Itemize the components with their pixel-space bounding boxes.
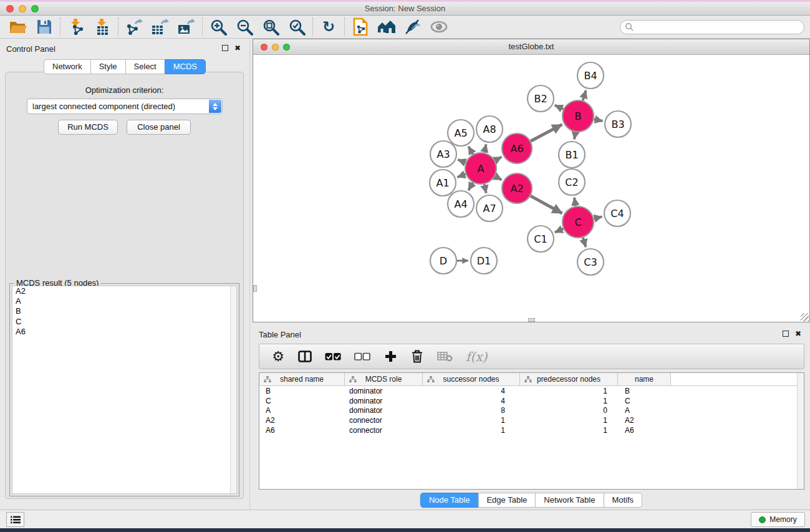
column-header-name[interactable]: name (618, 373, 671, 385)
column-header-shared-name[interactable]: shared name (259, 373, 345, 385)
edge-B-B4[interactable] (583, 90, 586, 100)
table-cell[interactable]: A (259, 406, 345, 415)
open-session-icon[interactable] (5, 17, 31, 37)
tab-mcds[interactable]: MCDS (165, 59, 206, 74)
table-row[interactable]: A2connector11A2 (259, 415, 804, 425)
node-B2[interactable]: B2 (528, 85, 554, 112)
zoom-selected-icon[interactable] (284, 17, 310, 37)
edge-A-A3[interactable] (458, 160, 465, 163)
edge-C-C1[interactable] (555, 229, 564, 233)
table-row[interactable]: Cdominator41C (259, 396, 804, 406)
search-input[interactable] (620, 20, 804, 34)
resize-handle-bottom[interactable] (528, 318, 535, 322)
select-all-columns-icon[interactable] (325, 352, 341, 361)
export-image-icon[interactable] (173, 17, 200, 37)
show-panels-button[interactable] (6, 512, 24, 527)
optimization-criterion-select[interactable]: largest connected component (directed) (27, 99, 223, 114)
node-A6[interactable]: A6 (502, 133, 532, 163)
birds-eye-view-icon[interactable] (426, 17, 452, 37)
float-table-panel-icon[interactable] (783, 331, 789, 337)
run-mcds-button[interactable]: Run MCDS (58, 120, 118, 135)
edge-A-A4[interactable] (468, 183, 473, 191)
table-cell[interactable]: A (618, 406, 671, 415)
edge-A2-C[interactable] (531, 196, 562, 213)
tab-network-table[interactable]: Network Table (535, 493, 604, 508)
table-cell[interactable]: C (259, 397, 345, 405)
edge-A-A6[interactable] (495, 157, 502, 161)
close-panel-icon[interactable]: ✖ (234, 44, 241, 52)
table-row[interactable]: Adominator80A (259, 406, 804, 416)
node-A7[interactable]: A7 (476, 195, 503, 221)
mcds-result-item[interactable]: C (12, 317, 236, 327)
node-D[interactable]: D (430, 248, 456, 274)
table-settings-icon[interactable]: ⚙ (271, 350, 285, 364)
table-cell[interactable]: 1 (520, 426, 618, 435)
network-graph[interactable]: AA1A2A3A4A5A6A7A8BB1B2B3B4CC1C2C3C4DD1 (253, 56, 809, 322)
result-list-scrollbar[interactable] (230, 286, 236, 493)
table-cell[interactable]: B (259, 387, 345, 395)
table-cell[interactable]: A2 (259, 416, 345, 425)
table-cell[interactable]: A6 (618, 426, 671, 435)
home-network-icon[interactable] (374, 17, 400, 37)
tab-motifs[interactable]: Motifs (603, 493, 642, 508)
zoom-fit-icon[interactable] (258, 17, 284, 37)
import-table-icon[interactable] (89, 17, 115, 37)
export-network-icon[interactable] (121, 17, 147, 37)
tab-edge-table[interactable]: Edge Table (478, 493, 536, 508)
node-C1[interactable]: C1 (528, 226, 554, 252)
node-C4[interactable]: C4 (604, 200, 630, 226)
import-network-icon[interactable] (63, 17, 89, 37)
table-cell[interactable]: A6 (259, 426, 345, 435)
table-cell[interactable]: connector (345, 426, 423, 435)
node-A8[interactable]: A8 (476, 116, 503, 142)
table-scrollbar[interactable] (797, 373, 804, 489)
node-B1[interactable]: B1 (559, 142, 585, 168)
close-panel-button[interactable]: Close panel (127, 120, 191, 135)
table-cell[interactable]: 1 (520, 397, 618, 405)
tab-select[interactable]: Select (125, 59, 165, 74)
node-A1[interactable]: A1 (430, 170, 456, 196)
table-row[interactable]: Bdominator41B (259, 386, 804, 396)
table-cell[interactable]: connector (345, 416, 423, 425)
save-session-icon[interactable] (31, 17, 57, 37)
table-cell[interactable]: 0 (520, 406, 618, 415)
column-header-predecessor-nodes[interactable]: predecessor nodes (520, 373, 618, 385)
edge-B-B1[interactable] (574, 132, 576, 140)
hide-graphics-details-icon[interactable] (400, 17, 426, 37)
node-A3[interactable]: A3 (430, 141, 456, 167)
add-column-icon[interactable] (383, 351, 397, 362)
deselect-all-columns-icon[interactable] (354, 352, 370, 361)
table-row[interactable]: A6connector11A6 (259, 425, 804, 435)
mcds-result-item[interactable]: A (12, 296, 236, 306)
tab-network[interactable]: Network (44, 59, 91, 74)
new-network-from-selection-icon[interactable] (347, 17, 374, 37)
edge-A-A8[interactable] (485, 144, 486, 152)
network-window-titlebar[interactable]: testGlobe.txt (253, 39, 809, 55)
edge-A-A5[interactable] (468, 147, 473, 155)
node-A4[interactable]: A4 (448, 191, 474, 217)
table-cell[interactable]: B (618, 387, 671, 395)
table-cell[interactable]: A2 (618, 416, 671, 425)
column-layout-icon[interactable] (298, 351, 312, 362)
node-A5[interactable]: A5 (448, 120, 474, 146)
tab-style[interactable]: Style (90, 59, 126, 74)
resize-handle-left[interactable] (253, 285, 257, 292)
resize-grip-icon[interactable] (801, 313, 809, 321)
edge-A6-B[interactable] (531, 125, 562, 142)
table-cell[interactable]: 1 (520, 387, 618, 395)
edge-B-B2[interactable] (555, 105, 564, 109)
node-D1[interactable]: D1 (471, 248, 497, 274)
close-table-panel-icon[interactable]: ✖ (795, 330, 801, 337)
table-cell[interactable]: 4 (423, 387, 520, 395)
column-header-MCDS-role[interactable]: MCDS role (345, 373, 423, 385)
table-cell[interactable]: 1 (423, 426, 520, 435)
export-table-icon[interactable] (147, 17, 173, 37)
delete-column-icon[interactable] (410, 350, 424, 363)
node-C[interactable]: C (562, 206, 594, 238)
node-B[interactable]: B (562, 100, 594, 132)
table-cell[interactable]: dominator (345, 387, 423, 395)
mcds-result-list[interactable]: A2ABCA6 (12, 286, 237, 494)
edge-A-A1[interactable] (457, 174, 465, 177)
memory-button[interactable]: Memory (751, 512, 805, 527)
apply-layout-icon[interactable]: ↻ (316, 17, 342, 37)
